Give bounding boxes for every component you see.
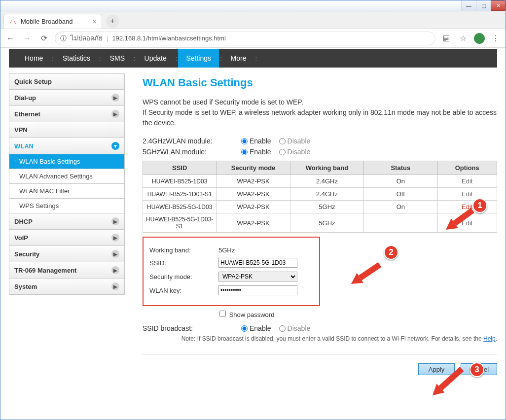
apply-button[interactable]: Apply (418, 363, 455, 375)
ssid-label: SSID: (149, 259, 218, 267)
nav-sms[interactable]: SMS (102, 49, 133, 68)
chevron-right-icon: ▶ (111, 217, 119, 225)
nav-home[interactable]: Home (17, 49, 51, 68)
cell-edit[interactable]: Edit (437, 188, 497, 201)
module5-label: 5GHzWLAN module: (143, 148, 241, 156)
module24-disable[interactable]: Disable (279, 137, 311, 145)
sidebar-label: VPN (14, 126, 28, 134)
window-minimize-button[interactable]: — (461, 0, 476, 11)
table-row: HUAWEI-B525-1D03WPA2-PSK2.4GHzOnEdit (143, 175, 497, 188)
radio-disable[interactable] (279, 325, 286, 332)
divider: | (107, 35, 108, 42)
help-link[interactable]: Help (483, 335, 496, 342)
wlan-key-input[interactable] (218, 285, 297, 295)
th-ssid: SSID (143, 161, 217, 175)
working-band-label: Working band: (149, 246, 218, 254)
tab-close-icon[interactable]: × (93, 18, 97, 25)
browser-tab[interactable]: Mobile Broadband × (3, 14, 102, 29)
chevron-right-icon: ▶ (111, 282, 119, 290)
nav-statistics[interactable]: Statistics (55, 49, 98, 68)
cell-ssid: HUAWEI-B525-1D03 (143, 175, 217, 188)
th-status: Status (364, 161, 437, 175)
window-titlebar: — ▢ ✕ (0, 0, 506, 11)
huawei-icon (9, 18, 17, 26)
ssid-input[interactable] (218, 258, 297, 268)
desc-line: WPS cannot be used if Security mode is s… (143, 97, 497, 107)
page-description: WPS cannot be used if Security mode is s… (143, 97, 497, 128)
nav-update[interactable]: Update (137, 49, 175, 68)
translate-icon[interactable]: 🗟 (440, 33, 452, 44)
address-bar[interactable]: ⓘ ไม่ปลอดภัย | 192.168.8.1/html/wlanbasi… (55, 32, 435, 45)
broadcast-enable[interactable]: Enable (241, 324, 271, 332)
sidebar-item-ethernet[interactable]: Ethernet ▶ (9, 106, 125, 122)
sidebar-sub-wlan-advanced[interactable]: WLAN Advanced Settings (9, 169, 125, 184)
radio-enable[interactable] (241, 149, 248, 155)
sidebar-item-tr069[interactable]: TR-069 Management ▶ (9, 262, 125, 279)
browser-tabstrip: Mobile Broadband × + (0, 11, 506, 29)
sidebar-label: DHCP (14, 218, 33, 225)
th-band: Working band (290, 161, 363, 175)
cell-security: WPA2-PSK (217, 213, 290, 233)
sidebar-label: WLAN (14, 142, 34, 150)
sidebar-item-dialup[interactable]: Dial-up ▶ (9, 90, 125, 106)
browser-toolbar: ← → ⟳ ⓘ ไม่ปลอดภัย | 192.168.8.1/html/wl… (0, 29, 506, 48)
edit-link[interactable]: Edit (462, 190, 472, 198)
bookmark-star-icon[interactable]: ☆ (457, 33, 469, 44)
sidebar-sub-wlan-basic[interactable]: WLAN Basic Settings (9, 154, 125, 169)
broadcast-disable[interactable]: Disable (279, 324, 311, 332)
radio-disable[interactable] (279, 149, 286, 155)
sidebar-item-vpn[interactable]: VPN (9, 122, 125, 138)
sidebar-item-voip[interactable]: VoIP ▶ (9, 230, 125, 246)
cell-status: Off (364, 188, 437, 201)
module5-disable[interactable]: Disable (279, 148, 311, 156)
security-mode-label: Security mode: (149, 273, 218, 280)
sidebar-item-quick-setup[interactable]: Quick Setup (9, 73, 125, 90)
th-security: Security mode (217, 161, 290, 175)
desc-line: If Security mode is set to WEP, a wirele… (143, 107, 497, 128)
browser-menu-icon[interactable]: ⋮ (490, 33, 502, 44)
nav-settings[interactable]: Settings (178, 49, 219, 68)
sidebar-item-dhcp[interactable]: DHCP ▶ (9, 213, 125, 230)
ssid-edit-panel: Working band: 5GHz SSID: Security mode: … (143, 237, 320, 306)
radio-enable[interactable] (241, 325, 248, 332)
table-row: HUAWEI-B525-5G-1D03-S1WPA2-PSK5GHzEdit (143, 213, 497, 233)
show-password-checkbox[interactable]: Show password (217, 311, 274, 318)
reload-button[interactable]: ⟳ (38, 33, 50, 44)
radio-disable[interactable] (279, 138, 286, 144)
chevron-right-icon: ▶ (111, 234, 119, 242)
ssid-broadcast-radio-group: Enable Disable (241, 324, 310, 332)
site-info-icon[interactable]: ⓘ (60, 34, 67, 43)
back-button[interactable]: ← (4, 33, 16, 44)
edit-link[interactable]: Edit (462, 177, 472, 185)
cell-ssid: HUAWEI-B525-5G-1D03-S1 (143, 213, 217, 233)
working-band-value: 5GHz (218, 246, 235, 254)
sidebar-sub-wps-settings[interactable]: WPS Settings (9, 199, 125, 213)
nav-more[interactable]: More (223, 49, 254, 68)
sidebar-item-system[interactable]: System ▶ (9, 279, 125, 295)
sidebar-label: System (14, 283, 37, 290)
cell-status: On (364, 201, 437, 213)
router-top-nav: Home : Statistics : SMS : Update : Setti… (9, 49, 497, 68)
sidebar-sub-wlan-mac-filter[interactable]: WLAN MAC Filter (9, 184, 125, 199)
browser-tab-title: Mobile Broadband (21, 18, 73, 25)
cell-status (364, 213, 437, 233)
profile-avatar[interactable] (474, 33, 485, 44)
broadcast-note: Note: If SSID broadcast is disabled, you… (143, 335, 497, 342)
cell-band: 2.4GHz (290, 175, 363, 188)
cell-ssid: HUAWEI-B525-5G-1D03 (143, 201, 217, 213)
module24-enable[interactable]: Enable (241, 137, 271, 145)
window-close-button[interactable]: ✕ (491, 0, 506, 11)
ssid-broadcast-label: SSID broadcast: (143, 324, 241, 332)
chevron-down-icon: ▼ (111, 142, 119, 150)
security-mode-select[interactable]: WPA2-PSK (218, 272, 297, 281)
cell-edit[interactable]: Edit (437, 175, 497, 188)
module5-enable[interactable]: Enable (241, 148, 271, 156)
window-maximize-button[interactable]: ▢ (476, 0, 491, 11)
checkbox[interactable] (219, 311, 226, 317)
new-tab-button[interactable]: + (106, 15, 119, 28)
forward-button[interactable]: → (21, 33, 33, 44)
sidebar-item-security[interactable]: Security ▶ (9, 246, 125, 262)
sidebar-item-wlan[interactable]: WLAN ▼ (9, 138, 125, 154)
radio-enable[interactable] (241, 138, 248, 144)
annotation-badge-1: 1 (472, 198, 487, 213)
